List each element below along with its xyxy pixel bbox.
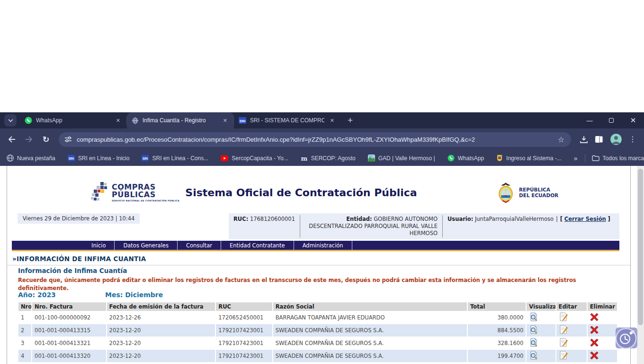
cell-factura: 001-001-000413321 [32,337,106,349]
bookmark-sercop-agosto[interactable]: m SERCOP: Agosto [301,155,356,162]
close-icon[interactable]: ✕ [221,117,229,125]
logout-link[interactable]: Cerrar Sesión [564,216,606,222]
editar-icon[interactable] [559,312,568,323]
bookmark-star-icon[interactable]: ☆ [554,135,568,144]
all-bookmarks-label: Todos los marcadores [603,155,644,162]
menu-item-administracion[interactable]: Administración [294,241,352,250]
new-tab-button[interactable]: + [341,115,359,126]
table-row: 1 001-100-000000092 2023-12-26 172065245… [18,311,617,324]
tab-label: WhatsApp [36,117,110,124]
cell-fecha: 2023-12-20 [107,324,215,337]
youtube-icon [221,155,228,161]
col-factura: Nro. Factura [32,302,106,311]
cell-razon: SWEADEN COMPAÑIA DE SEGUROS S.A. [273,337,467,349]
col-razon-social: Razón Social [273,302,467,311]
bookmark-whatsapp[interactable]: WhatsApp [447,155,484,162]
bookmark-sercopcapacita[interactable]: SercopCapacita - Yo... [221,155,288,162]
scrollbar-thumb[interactable] [638,169,643,325]
url-text[interactable]: compraspublicas.gob.ec/ProcesoContrataci… [77,136,554,143]
cell-factura: 001-100-000000092 [32,311,106,324]
session-entity: Entidad: GOBIERNO AUTONOMO DESCENTRALIZA… [300,215,442,238]
address-bar[interactable]: compraspublicas.gob.ec/ProcesoContrataci… [59,132,571,147]
bookmark-gad-valle-hermoso[interactable]: GAD | Valle Hermoso | [368,155,435,162]
bookmark-sri-inicio[interactable]: SRi SRI en Línea - Inicio [68,155,130,162]
cell-ruc: 1792107423001 [216,337,272,349]
ruc-value: 1768120600001 [250,216,295,222]
minimize-button[interactable]: — [579,112,600,128]
image-icon [368,155,375,162]
maximize-button[interactable] [600,112,622,128]
close-icon[interactable]: ✕ [328,117,336,125]
session-ruc: RUC: 1768120600001 [229,215,300,238]
svg-text:m: m [301,155,307,162]
tab-whatsapp[interactable]: WhatsApp ✕ [20,112,127,128]
cell-fecha: 2023-12-20 [107,350,215,362]
month-label: Mes: Diciembre [105,291,163,299]
sri-icon: SRi [142,155,149,162]
eliminar-icon[interactable] [590,313,599,323]
editar-icon[interactable] [559,338,568,348]
menu-item-inicio[interactable]: Inicio [83,241,115,250]
svg-text:SRi: SRi [240,119,246,123]
republic-line1: REPÚBLICA [519,187,558,192]
menu-item-entidad-contratante[interactable]: Entidad Contratante [221,241,294,250]
bookmark-nueva-pestana[interactable]: Nueva pestaña [7,155,55,162]
divider [585,155,585,162]
menu-item-consultar[interactable]: Consultar [178,241,221,250]
bookmark-label: SRI en Línea - Inicio [78,155,130,162]
menu-item-datos-generales[interactable]: Datos Generales [115,241,177,250]
close-icon[interactable]: ✕ [114,117,122,125]
eliminar-icon[interactable] [590,338,599,348]
back-icon [8,136,16,143]
tab-search-button[interactable] [4,114,17,127]
cell-fecha: 2023-12-20 [107,337,215,349]
bookmarks-right: » Todos los marcadores [574,155,644,162]
invoices-table: Nro Nro. Factura Fecha de emisión de la … [18,302,618,363]
forward-button[interactable] [22,132,36,146]
cell-razon: SWEADEN COMPAÑIA DE SEGUROS S.A. [273,324,467,337]
ecuador-coat-icon [495,181,516,204]
eliminar-icon[interactable] [590,351,599,361]
download-icon[interactable] [580,136,588,144]
crest-icon [496,155,503,162]
close-window-button[interactable]: ✕ [622,112,644,128]
logo-mosaic [91,182,109,203]
visualizar-icon[interactable] [529,351,538,361]
cell-ruc: 1792107423001 [216,324,272,337]
bookmark-ingreso-sistema[interactable]: Ingreso al Sistema -... [496,155,562,162]
bookmark-label: SercopCapacita - Yo... [232,155,288,162]
table-row: 4 001-001-000413320 2023-12-20 179210742… [18,350,617,362]
bookmark-sri-cons[interactable]: SRi SRI en Línea - Cons... [142,155,208,162]
kebab-menu-icon[interactable]: ⋮ [629,136,636,143]
avatar[interactable] [610,133,622,146]
forward-icon [25,136,33,143]
site-info-icon[interactable] [64,136,72,143]
bookmark-label: GAD | Valle Hermoso | [378,155,435,162]
cell-razon: BARRAGAN TOAPANTA JAVIER EDUARDO [273,311,467,324]
tab-infima-cuantia[interactable]: Infima Cuantía - Registro ✕ [127,112,234,128]
visualizar-icon[interactable] [529,325,538,336]
reload-button[interactable]: ↻ [39,132,53,146]
editar-icon[interactable] [559,325,568,336]
cell-ruc: 1720652450001 [216,311,272,324]
all-bookmarks-button[interactable]: Todos los marcadores [592,155,644,162]
tab-sri[interactable]: SRi SRI - SISTEMA DE COMPROBAN ✕ [234,112,341,128]
back-button[interactable] [5,132,19,146]
cell-factura: 001-001-000413320 [32,350,106,362]
separator: | [556,216,558,222]
visualizar-icon[interactable] [529,338,538,348]
eliminar-icon[interactable] [590,326,599,336]
sri-icon: SRi [68,155,75,162]
visualizar-icon[interactable] [529,312,538,323]
editar-icon[interactable] [559,351,568,361]
sidebar-icon[interactable] [595,136,603,143]
cell-nro: 3 [18,337,31,349]
floating-timer-widget[interactable] [615,327,637,351]
scrollbar[interactable] [637,166,644,364]
globe-icon [132,117,139,124]
more-bookmarks-icon[interactable]: » [574,155,578,162]
timer-clock-icon [615,327,637,349]
page-title: Sistema Oficial de Contratación Pública [156,187,446,199]
table-row: 3 001-001-000413321 2023-12-20 179210742… [18,337,617,349]
page-content: COMPRAS PÚBLICAS SERVICIO NACIONAL DE CO… [0,166,644,364]
